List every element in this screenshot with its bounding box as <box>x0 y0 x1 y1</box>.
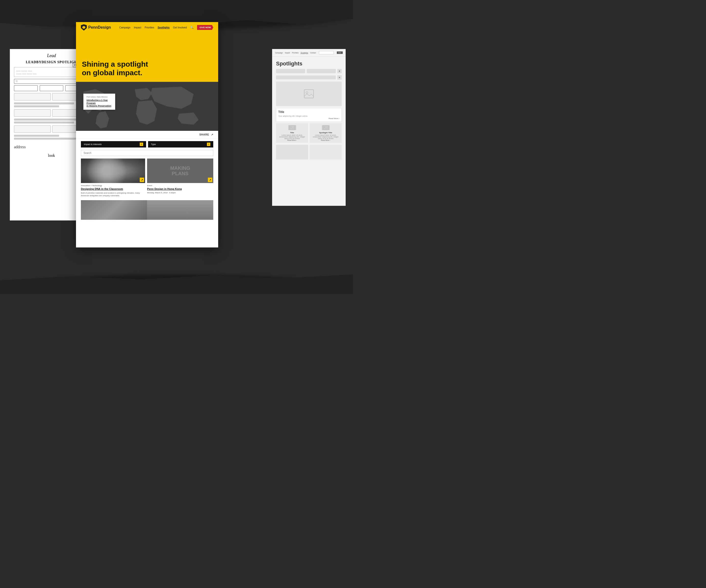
wireframe-cell-3 <box>14 109 51 117</box>
share-icon[interactable]: ↗ <box>211 133 213 136</box>
grid-image-icon-2 <box>323 125 329 130</box>
card-people-image <box>147 200 213 220</box>
svg-rect-2 <box>304 90 314 98</box>
dp-big-card: Title Your adipiscing elit. Integer vari… <box>276 108 342 122</box>
dp-filter-icon-1: ≡ <box>337 69 342 73</box>
card-field-image <box>81 200 147 220</box>
type-filter-label: Type <box>151 143 156 145</box>
dp-card-text: Your adipiscing elit. Integer varius <box>278 115 340 117</box>
card-hk-image: MAKINGPLANS ↗ <box>147 159 213 183</box>
wireframe-address-text: address <box>14 145 26 149</box>
card-dna-title[interactable]: Designing DNA in the Classroom <box>81 187 145 191</box>
card-dna-desc: Built of primitive materials and located… <box>81 192 145 197</box>
pd-header: PennDesign Campaign Impact Priorities Sp… <box>76 22 218 33</box>
map-popup-link[interactable]: Introducing a 1-Year Programin Historic … <box>86 99 112 108</box>
nav-campaign[interactable]: Campaign <box>119 26 130 29</box>
dp-search-box[interactable] <box>319 51 334 54</box>
pd-search <box>76 150 218 159</box>
dp-filter-row-2: ≡ <box>272 75 346 82</box>
shield-svg <box>82 26 85 29</box>
wireframe-text-5 <box>14 135 59 137</box>
search-input[interactable] <box>81 150 213 156</box>
dp-grid-text-1: Lorem ipsum dolor sit amet, consectetur … <box>278 134 306 139</box>
dp-nav-impact[interactable]: Impact <box>285 52 290 54</box>
dp-give-button[interactable]: Give <box>337 51 343 54</box>
dp-filter-icon-2: ≡ <box>337 75 342 80</box>
pd-filters: Impact & Interests ? Type ? <box>76 139 218 150</box>
main-panel: PennDesign Campaign Impact Priorities Sp… <box>76 22 218 247</box>
wireframe-text-2 <box>14 106 59 107</box>
card-field <box>81 200 147 220</box>
card-hk-date: Monday, March 5, 2018 · 5:30pm <box>147 192 213 194</box>
card-hk-tag: Event <box>147 184 213 187</box>
pd-logo-shield-icon <box>81 24 87 31</box>
dp-big-image-placeholder <box>276 82 342 106</box>
design-panel: Campaign Impact Priorities Spotlights Co… <box>272 49 346 206</box>
card-dna: ↗ Innovation + Technology Designing DNA … <box>81 159 147 200</box>
dp-grid-item-1: Title Lorem ipsum dolor sit amet, consec… <box>276 123 308 143</box>
impact-filter-button[interactable]: Impact & Interests ? <box>81 141 146 148</box>
pd-share-bar: SHARE ↗ <box>76 131 218 139</box>
image-placeholder-icon <box>304 89 314 98</box>
search-icon[interactable]: 🔍 <box>190 26 194 29</box>
nav-get-involved[interactable]: Get Involved <box>173 26 187 29</box>
dp-grid-title-2: Spotlight Title <box>319 132 332 134</box>
dp-grid-read-2[interactable]: Read More › <box>321 139 330 141</box>
dp-nav: Campaign Impact Priorities Spotlights Co… <box>275 52 316 54</box>
pd-map: Fort Union, New Mexico Introducing a 1-Y… <box>76 82 218 131</box>
dp-grid-read-1[interactable]: Read More › <box>287 139 297 141</box>
field-photo <box>81 200 147 220</box>
card-dna-image: ↗ <box>81 159 145 183</box>
card-dna-tag: Innovation + Technology <box>81 184 145 187</box>
nav-impact[interactable]: Impact <box>134 26 141 29</box>
dp-header: Campaign Impact Priorities Spotlights Co… <box>272 49 346 56</box>
dp-nav-priorities[interactable]: Priorities <box>292 52 299 54</box>
dp-nav-spotlights[interactable]: Spotlights <box>301 52 308 54</box>
svg-rect-4 <box>289 125 295 130</box>
dp-grid-item-3 <box>276 145 308 160</box>
dp-bottom-grid-2 <box>272 145 346 162</box>
dp-grid-item-4 <box>310 145 342 160</box>
dp-nav-contact[interactable]: Contact <box>310 52 316 54</box>
type-filter-button[interactable]: Type ? <box>148 141 213 148</box>
pd-nav: Campaign Impact Priorities Spotlights Ge… <box>119 25 213 30</box>
card-people <box>147 200 213 220</box>
pd-cards-row2 <box>76 200 218 220</box>
dp-grid-img-2 <box>322 125 330 130</box>
hk-image-text: MAKINGPLANS <box>170 165 190 176</box>
dp-filter-row: ≡ <box>272 69 346 75</box>
dp-nav-campaign[interactable]: Campaign <box>275 52 283 54</box>
scene: Lead LEADBYDESIGN SPOTLIGH FEATURED ~~~ … <box>0 0 353 294</box>
nav-spotlights[interactable]: Spotlights <box>158 26 170 29</box>
card-hk-title[interactable]: Penn Design in Hong Kong <box>147 187 213 191</box>
wireframe-text-4 <box>14 122 74 124</box>
wireframe-cell-5 <box>14 125 51 133</box>
dp-grid-img-1 <box>288 125 296 130</box>
wireframe-filter-2 <box>40 85 64 91</box>
grid-image-icon-1 <box>289 125 295 130</box>
card-dna-arrow: ↗ <box>140 178 144 182</box>
dp-filter-box-1[interactable] <box>276 69 305 73</box>
dp-grid-title-1: Title <box>290 132 294 134</box>
dp-grid-text-2: Lorem ipsum dolor sit amet, consectetur … <box>312 134 340 139</box>
wireframe-filter-1 <box>14 85 38 91</box>
impact-filter-label: Impact & Interests <box>84 143 102 145</box>
dp-bottom-grid: Title Lorem ipsum dolor sit amet, consec… <box>272 123 346 145</box>
dp-grid-item-2: Spotlight Title Lorem ipsum dolor sit am… <box>310 123 342 143</box>
pd-map-popup: Fort Union, New Mexico Introducing a 1-Y… <box>83 94 115 110</box>
pd-hero-text: Shining a spotlighton global impact. <box>82 60 148 77</box>
card-hk: MAKINGPLANS ↗ Event Penn Design in Hong … <box>147 159 213 200</box>
dna-photo <box>81 159 145 183</box>
map-location: Fort Union, New Mexico <box>86 96 112 98</box>
dp-filter-box-3[interactable] <box>276 76 336 79</box>
svg-point-5 <box>290 126 291 127</box>
nav-priorities[interactable]: Priorities <box>145 26 154 29</box>
type-filter-icon: ? <box>207 142 210 146</box>
impact-filter-icon: ? <box>140 142 143 146</box>
dp-filter-box-2[interactable] <box>307 69 336 73</box>
pd-logo: PennDesign <box>81 24 111 31</box>
pd-hero: Shining a spotlighton global impact. <box>76 33 218 82</box>
give-now-button[interactable]: GIVE NOW <box>197 25 213 30</box>
share-label[interactable]: SHARE <box>199 133 209 136</box>
dp-read-more[interactable]: Read More › <box>278 117 340 120</box>
